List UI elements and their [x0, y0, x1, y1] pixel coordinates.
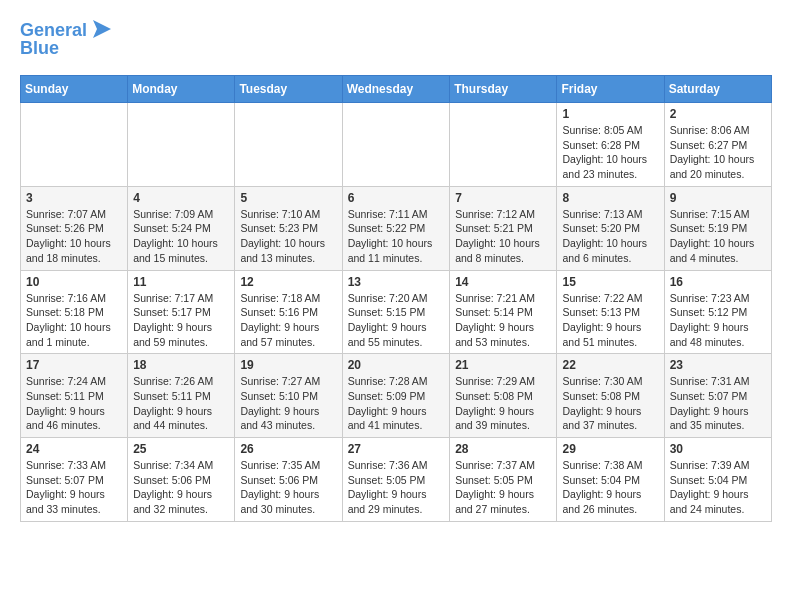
calendar-cell: 5Sunrise: 7:10 AM Sunset: 5:23 PM Daylig… — [235, 186, 342, 270]
day-info: Sunrise: 8:06 AM Sunset: 6:27 PM Dayligh… — [670, 123, 766, 182]
calendar-week-row: 10Sunrise: 7:16 AM Sunset: 5:18 PM Dayli… — [21, 270, 772, 354]
day-info: Sunrise: 7:37 AM Sunset: 5:05 PM Dayligh… — [455, 458, 551, 517]
calendar-table: SundayMondayTuesdayWednesdayThursdayFrid… — [20, 75, 772, 522]
day-info: Sunrise: 7:23 AM Sunset: 5:12 PM Dayligh… — [670, 291, 766, 350]
calendar-cell: 16Sunrise: 7:23 AM Sunset: 5:12 PM Dayli… — [664, 270, 771, 354]
day-number: 15 — [562, 275, 658, 289]
calendar-cell: 9Sunrise: 7:15 AM Sunset: 5:19 PM Daylig… — [664, 186, 771, 270]
calendar-cell: 10Sunrise: 7:16 AM Sunset: 5:18 PM Dayli… — [21, 270, 128, 354]
calendar-cell: 3Sunrise: 7:07 AM Sunset: 5:26 PM Daylig… — [21, 186, 128, 270]
calendar-cell: 28Sunrise: 7:37 AM Sunset: 5:05 PM Dayli… — [450, 438, 557, 522]
day-info: Sunrise: 7:34 AM Sunset: 5:06 PM Dayligh… — [133, 458, 229, 517]
logo-icon — [89, 16, 115, 42]
calendar-week-row: 17Sunrise: 7:24 AM Sunset: 5:11 PM Dayli… — [21, 354, 772, 438]
day-number: 22 — [562, 358, 658, 372]
day-number: 28 — [455, 442, 551, 456]
day-number: 4 — [133, 191, 229, 205]
day-info: Sunrise: 7:35 AM Sunset: 5:06 PM Dayligh… — [240, 458, 336, 517]
calendar-week-row: 3Sunrise: 7:07 AM Sunset: 5:26 PM Daylig… — [21, 186, 772, 270]
day-info: Sunrise: 7:18 AM Sunset: 5:16 PM Dayligh… — [240, 291, 336, 350]
day-number: 30 — [670, 442, 766, 456]
day-info: Sunrise: 7:11 AM Sunset: 5:22 PM Dayligh… — [348, 207, 445, 266]
calendar-week-row: 24Sunrise: 7:33 AM Sunset: 5:07 PM Dayli… — [21, 438, 772, 522]
day-info: Sunrise: 7:21 AM Sunset: 5:14 PM Dayligh… — [455, 291, 551, 350]
calendar-cell: 12Sunrise: 7:18 AM Sunset: 5:16 PM Dayli… — [235, 270, 342, 354]
day-number: 7 — [455, 191, 551, 205]
calendar-cell: 8Sunrise: 7:13 AM Sunset: 5:20 PM Daylig… — [557, 186, 664, 270]
calendar-cell — [342, 103, 450, 187]
day-info: Sunrise: 7:31 AM Sunset: 5:07 PM Dayligh… — [670, 374, 766, 433]
calendar-cell: 4Sunrise: 7:09 AM Sunset: 5:24 PM Daylig… — [128, 186, 235, 270]
weekday-header: Friday — [557, 76, 664, 103]
day-info: Sunrise: 7:22 AM Sunset: 5:13 PM Dayligh… — [562, 291, 658, 350]
calendar-cell: 19Sunrise: 7:27 AM Sunset: 5:10 PM Dayli… — [235, 354, 342, 438]
day-info: Sunrise: 7:30 AM Sunset: 5:08 PM Dayligh… — [562, 374, 658, 433]
day-info: Sunrise: 7:36 AM Sunset: 5:05 PM Dayligh… — [348, 458, 445, 517]
day-number: 19 — [240, 358, 336, 372]
page-header: General Blue — [20, 20, 772, 59]
day-info: Sunrise: 7:10 AM Sunset: 5:23 PM Dayligh… — [240, 207, 336, 266]
calendar-cell: 26Sunrise: 7:35 AM Sunset: 5:06 PM Dayli… — [235, 438, 342, 522]
calendar-cell — [235, 103, 342, 187]
day-info: Sunrise: 7:29 AM Sunset: 5:08 PM Dayligh… — [455, 374, 551, 433]
day-info: Sunrise: 8:05 AM Sunset: 6:28 PM Dayligh… — [562, 123, 658, 182]
calendar-cell — [21, 103, 128, 187]
calendar-header-row: SundayMondayTuesdayWednesdayThursdayFrid… — [21, 76, 772, 103]
calendar-cell: 29Sunrise: 7:38 AM Sunset: 5:04 PM Dayli… — [557, 438, 664, 522]
day-info: Sunrise: 7:33 AM Sunset: 5:07 PM Dayligh… — [26, 458, 122, 517]
day-number: 9 — [670, 191, 766, 205]
day-number: 26 — [240, 442, 336, 456]
day-number: 1 — [562, 107, 658, 121]
day-info: Sunrise: 7:26 AM Sunset: 5:11 PM Dayligh… — [133, 374, 229, 433]
weekday-header: Saturday — [664, 76, 771, 103]
day-number: 6 — [348, 191, 445, 205]
day-info: Sunrise: 7:13 AM Sunset: 5:20 PM Dayligh… — [562, 207, 658, 266]
calendar-cell: 18Sunrise: 7:26 AM Sunset: 5:11 PM Dayli… — [128, 354, 235, 438]
calendar-cell: 22Sunrise: 7:30 AM Sunset: 5:08 PM Dayli… — [557, 354, 664, 438]
calendar-cell: 27Sunrise: 7:36 AM Sunset: 5:05 PM Dayli… — [342, 438, 450, 522]
weekday-header: Wednesday — [342, 76, 450, 103]
day-info: Sunrise: 7:38 AM Sunset: 5:04 PM Dayligh… — [562, 458, 658, 517]
day-info: Sunrise: 7:20 AM Sunset: 5:15 PM Dayligh… — [348, 291, 445, 350]
calendar-cell: 7Sunrise: 7:12 AM Sunset: 5:21 PM Daylig… — [450, 186, 557, 270]
day-number: 27 — [348, 442, 445, 456]
calendar-cell — [128, 103, 235, 187]
day-info: Sunrise: 7:07 AM Sunset: 5:26 PM Dayligh… — [26, 207, 122, 266]
svg-marker-0 — [93, 20, 111, 38]
day-info: Sunrise: 7:24 AM Sunset: 5:11 PM Dayligh… — [26, 374, 122, 433]
calendar-cell: 20Sunrise: 7:28 AM Sunset: 5:09 PM Dayli… — [342, 354, 450, 438]
day-number: 14 — [455, 275, 551, 289]
day-info: Sunrise: 7:28 AM Sunset: 5:09 PM Dayligh… — [348, 374, 445, 433]
calendar-cell — [450, 103, 557, 187]
calendar-cell: 15Sunrise: 7:22 AM Sunset: 5:13 PM Dayli… — [557, 270, 664, 354]
day-number: 24 — [26, 442, 122, 456]
calendar-cell: 17Sunrise: 7:24 AM Sunset: 5:11 PM Dayli… — [21, 354, 128, 438]
day-info: Sunrise: 7:39 AM Sunset: 5:04 PM Dayligh… — [670, 458, 766, 517]
day-info: Sunrise: 7:12 AM Sunset: 5:21 PM Dayligh… — [455, 207, 551, 266]
day-number: 3 — [26, 191, 122, 205]
calendar-cell: 2Sunrise: 8:06 AM Sunset: 6:27 PM Daylig… — [664, 103, 771, 187]
calendar-cell: 1Sunrise: 8:05 AM Sunset: 6:28 PM Daylig… — [557, 103, 664, 187]
day-number: 12 — [240, 275, 336, 289]
calendar-cell: 11Sunrise: 7:17 AM Sunset: 5:17 PM Dayli… — [128, 270, 235, 354]
day-number: 5 — [240, 191, 336, 205]
day-number: 21 — [455, 358, 551, 372]
calendar-cell: 13Sunrise: 7:20 AM Sunset: 5:15 PM Dayli… — [342, 270, 450, 354]
day-number: 2 — [670, 107, 766, 121]
day-number: 20 — [348, 358, 445, 372]
day-number: 25 — [133, 442, 229, 456]
day-info: Sunrise: 7:15 AM Sunset: 5:19 PM Dayligh… — [670, 207, 766, 266]
day-number: 17 — [26, 358, 122, 372]
day-number: 29 — [562, 442, 658, 456]
day-number: 23 — [670, 358, 766, 372]
day-info: Sunrise: 7:16 AM Sunset: 5:18 PM Dayligh… — [26, 291, 122, 350]
day-info: Sunrise: 7:09 AM Sunset: 5:24 PM Dayligh… — [133, 207, 229, 266]
calendar-cell: 25Sunrise: 7:34 AM Sunset: 5:06 PM Dayli… — [128, 438, 235, 522]
day-info: Sunrise: 7:17 AM Sunset: 5:17 PM Dayligh… — [133, 291, 229, 350]
day-number: 16 — [670, 275, 766, 289]
day-number: 11 — [133, 275, 229, 289]
day-info: Sunrise: 7:27 AM Sunset: 5:10 PM Dayligh… — [240, 374, 336, 433]
calendar-cell: 30Sunrise: 7:39 AM Sunset: 5:04 PM Dayli… — [664, 438, 771, 522]
calendar-cell: 23Sunrise: 7:31 AM Sunset: 5:07 PM Dayli… — [664, 354, 771, 438]
calendar-cell: 21Sunrise: 7:29 AM Sunset: 5:08 PM Dayli… — [450, 354, 557, 438]
